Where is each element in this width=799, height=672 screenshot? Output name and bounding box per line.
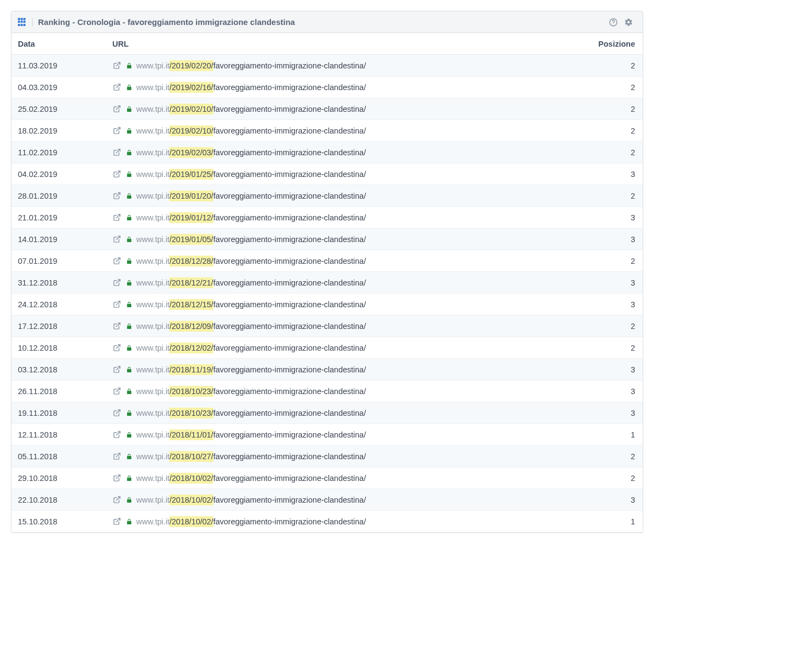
url-slug[interactable]: favoreggiamento-immigrazione-clandestina… <box>213 517 366 526</box>
url-slug[interactable]: favoreggiamento-immigrazione-clandestina… <box>213 278 366 287</box>
external-link-icon[interactable] <box>112 452 121 461</box>
url-date-segment[interactable]: /2018/10/02/ <box>169 495 213 505</box>
url-slug[interactable]: favoreggiamento-immigrazione-clandestina… <box>213 300 366 309</box>
external-link-icon[interactable] <box>112 344 121 352</box>
url-date-segment[interactable]: /2019/02/10/ <box>169 104 213 115</box>
url-root[interactable]: www.tpi.it <box>136 192 169 200</box>
url-slug[interactable]: favoreggiamento-immigrazione-clandestina… <box>213 365 366 374</box>
url-slug[interactable]: favoreggiamento-immigrazione-clandestina… <box>213 474 366 483</box>
url-date-segment[interactable]: /2018/10/23/ <box>169 408 213 419</box>
settings-button[interactable] <box>621 15 636 30</box>
external-link-icon[interactable] <box>112 517 121 526</box>
external-link-icon[interactable] <box>112 83 121 92</box>
table-row[interactable]: 05.11.2018www.tpi.it/2018/10/27/favoregg… <box>11 446 643 467</box>
url-slug[interactable]: favoreggiamento-immigrazione-clandestina… <box>213 61 366 70</box>
external-link-icon[interactable] <box>112 387 121 396</box>
table-row[interactable]: 21.01.2019www.tpi.it/2019/01/12/favoregg… <box>11 207 643 229</box>
table-row[interactable]: 25.02.2019www.tpi.it/2019/02/10/favoregg… <box>11 98 643 120</box>
url-root[interactable]: www.tpi.it <box>136 235 169 244</box>
help-button[interactable] <box>606 15 621 30</box>
url-date-segment[interactable]: /2019/02/03/ <box>169 147 213 158</box>
url-date-segment[interactable]: /2018/12/21/ <box>169 277 213 288</box>
url-slug[interactable]: favoreggiamento-immigrazione-clandestina… <box>213 213 366 222</box>
url-date-segment[interactable]: /2019/01/25/ <box>169 169 213 180</box>
url-slug[interactable]: favoreggiamento-immigrazione-clandestina… <box>213 496 366 504</box>
url-slug[interactable]: favoreggiamento-immigrazione-clandestina… <box>213 257 366 265</box>
external-link-icon[interactable] <box>112 148 121 157</box>
table-row[interactable]: 31.12.2018www.tpi.it/2018/12/21/favoregg… <box>11 272 643 294</box>
external-link-icon[interactable] <box>112 474 121 483</box>
url-root[interactable]: www.tpi.it <box>136 300 169 309</box>
url-date-segment[interactable]: /2019/02/20/ <box>169 60 213 71</box>
url-root[interactable]: www.tpi.it <box>136 126 169 135</box>
url-slug[interactable]: favoreggiamento-immigrazione-clandestina… <box>213 192 366 200</box>
external-link-icon[interactable] <box>112 365 121 374</box>
url-slug[interactable]: favoreggiamento-immigrazione-clandestina… <box>213 105 366 113</box>
column-header-position[interactable]: Posizione <box>583 40 643 48</box>
external-link-icon[interactable] <box>112 409 121 417</box>
external-link-icon[interactable] <box>112 300 121 309</box>
url-slug[interactable]: favoreggiamento-immigrazione-clandestina… <box>213 148 366 157</box>
table-row[interactable]: 03.12.2018www.tpi.it/2018/11/19/favoregg… <box>11 359 643 381</box>
url-date-segment[interactable]: /2018/12/15/ <box>169 299 213 310</box>
url-root[interactable]: www.tpi.it <box>136 365 169 374</box>
external-link-icon[interactable] <box>112 61 121 70</box>
table-row[interactable]: 18.02.2019www.tpi.it/2019/02/10/favoregg… <box>11 120 643 142</box>
external-link-icon[interactable] <box>112 496 121 504</box>
table-row[interactable]: 28.01.2019www.tpi.it/2019/01/20/favoregg… <box>11 185 643 207</box>
grid-icon[interactable] <box>18 18 33 27</box>
url-root[interactable]: www.tpi.it <box>136 517 169 526</box>
url-slug[interactable]: favoreggiamento-immigrazione-clandestina… <box>213 409 366 417</box>
table-row[interactable]: 04.02.2019www.tpi.it/2019/01/25/favoregg… <box>11 163 643 185</box>
url-root[interactable]: www.tpi.it <box>136 257 169 265</box>
external-link-icon[interactable] <box>112 430 121 439</box>
external-link-icon[interactable] <box>112 105 121 113</box>
url-slug[interactable]: favoreggiamento-immigrazione-clandestina… <box>213 126 366 135</box>
url-slug[interactable]: favoreggiamento-immigrazione-clandestina… <box>213 344 366 352</box>
url-date-segment[interactable]: /2019/01/20/ <box>169 191 213 201</box>
url-slug[interactable]: favoreggiamento-immigrazione-clandestina… <box>213 322 366 331</box>
external-link-icon[interactable] <box>112 213 121 222</box>
table-row[interactable]: 29.10.2018www.tpi.it/2018/10/02/favoregg… <box>11 467 643 489</box>
table-row[interactable]: 11.02.2019www.tpi.it/2019/02/03/favoregg… <box>11 142 643 163</box>
url-date-segment[interactable]: /2018/12/09/ <box>169 321 213 332</box>
column-header-date[interactable]: Data <box>11 40 109 48</box>
table-row[interactable]: 12.11.2018www.tpi.it/2018/11/01/favoregg… <box>11 424 643 446</box>
url-slug[interactable]: favoreggiamento-immigrazione-clandestina… <box>213 170 366 179</box>
url-slug[interactable]: favoreggiamento-immigrazione-clandestina… <box>213 452 366 461</box>
column-header-url[interactable]: URL <box>109 40 583 48</box>
url-root[interactable]: www.tpi.it <box>136 148 169 157</box>
url-date-segment[interactable]: /2018/10/02/ <box>169 516 213 527</box>
table-row[interactable]: 11.03.2019www.tpi.it/2019/02/20/favoregg… <box>11 55 643 77</box>
url-slug[interactable]: favoreggiamento-immigrazione-clandestina… <box>213 83 366 92</box>
url-root[interactable]: www.tpi.it <box>136 61 169 70</box>
url-root[interactable]: www.tpi.it <box>136 496 169 504</box>
external-link-icon[interactable] <box>112 278 121 287</box>
url-date-segment[interactable]: /2019/01/05/ <box>169 234 213 245</box>
url-slug[interactable]: favoreggiamento-immigrazione-clandestina… <box>213 430 366 439</box>
url-root[interactable]: www.tpi.it <box>136 474 169 483</box>
external-link-icon[interactable] <box>112 126 121 135</box>
url-slug[interactable]: favoreggiamento-immigrazione-clandestina… <box>213 235 366 244</box>
url-root[interactable]: www.tpi.it <box>136 344 169 352</box>
external-link-icon[interactable] <box>112 322 121 331</box>
url-slug[interactable]: favoreggiamento-immigrazione-clandestina… <box>213 387 366 396</box>
external-link-icon[interactable] <box>112 235 121 244</box>
table-row[interactable]: 19.11.2018www.tpi.it/2018/10/23/favoregg… <box>11 402 643 424</box>
url-root[interactable]: www.tpi.it <box>136 322 169 331</box>
url-date-segment[interactable]: /2018/10/23/ <box>169 386 213 397</box>
url-date-segment[interactable]: /2019/02/10/ <box>169 125 213 136</box>
external-link-icon[interactable] <box>112 170 121 179</box>
url-root[interactable]: www.tpi.it <box>136 409 169 417</box>
url-root[interactable]: www.tpi.it <box>136 105 169 113</box>
url-root[interactable]: www.tpi.it <box>136 430 169 439</box>
url-root[interactable]: www.tpi.it <box>136 213 169 222</box>
url-root[interactable]: www.tpi.it <box>136 83 169 92</box>
url-date-segment[interactable]: /2018/10/02/ <box>169 473 213 484</box>
url-root[interactable]: www.tpi.it <box>136 278 169 287</box>
table-row[interactable]: 24.12.2018www.tpi.it/2018/12/15/favoregg… <box>11 294 643 315</box>
table-row[interactable]: 07.01.2019www.tpi.it/2018/12/28/favoregg… <box>11 250 643 272</box>
external-link-icon[interactable] <box>112 192 121 200</box>
table-row[interactable]: 15.10.2018www.tpi.it/2018/10/02/favoregg… <box>11 511 643 532</box>
url-root[interactable]: www.tpi.it <box>136 452 169 461</box>
